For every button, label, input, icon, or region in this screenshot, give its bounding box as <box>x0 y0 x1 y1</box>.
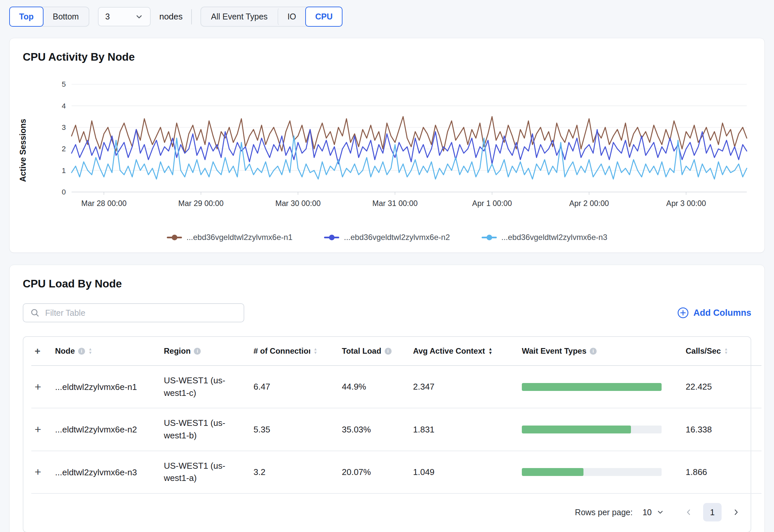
region-cell: US-WEST1 (us-west1-a) <box>164 460 231 485</box>
filter-table-search[interactable] <box>23 303 244 322</box>
svg-text:2: 2 <box>62 145 66 153</box>
line-chart-plot: 012345Mar 28 00:00Mar 29 00:00Mar 30 00:… <box>49 78 751 223</box>
expand-all-button[interactable]: + <box>35 345 41 356</box>
series-marker-icon <box>482 235 497 240</box>
legend-label: ...ebd36vgeldtwl2zylvmx6e-n3 <box>501 233 608 242</box>
avg-active-context-cell: 1.831 <box>410 408 519 451</box>
table-header-row: +Nodei▲▼Regioni# of Connections▲▼Total L… <box>31 337 761 366</box>
top-bottom-toggle: Top Bottom <box>9 7 89 27</box>
calls-per-sec-cell: 1.866 <box>682 451 761 493</box>
row-expand-button[interactable]: + <box>35 466 41 477</box>
next-page-button[interactable] <box>731 508 741 517</box>
cpu-button[interactable]: CPU <box>305 7 342 27</box>
io-button[interactable]: IO <box>278 7 306 26</box>
column-header-wait-event-types: Wait Event Typesi <box>522 346 679 356</box>
total-load-cell: 35.03% <box>339 408 410 451</box>
info-icon[interactable]: i <box>78 348 85 355</box>
nodes-label: nodes <box>159 12 183 22</box>
add-columns-button[interactable]: Add Columns <box>677 307 752 319</box>
top-button[interactable]: Top <box>9 7 44 27</box>
bottom-button[interactable]: Bottom <box>43 7 89 26</box>
svg-text:5: 5 <box>62 80 66 88</box>
chevron-down-icon <box>135 13 143 21</box>
rows-per-page-select[interactable]: 10 <box>642 508 664 517</box>
svg-text:3: 3 <box>62 123 66 132</box>
total-load-cell: 44.9% <box>339 366 410 408</box>
svg-text:Mar 30 00:00: Mar 30 00:00 <box>275 199 320 208</box>
legend-item: ...ebd36vgeldtwl2zylvmx6e-n3 <box>482 233 608 242</box>
cpu-activity-card: CPU Activity By Node Active Sessions 012… <box>9 38 765 253</box>
column-header-node[interactable]: Nodei▲▼ <box>55 346 157 356</box>
table-toolbar: Add Columns <box>23 303 751 322</box>
current-page-indicator[interactable]: 1 <box>703 503 722 521</box>
connections-cell: 6.47 <box>250 366 339 408</box>
row-expand-button[interactable]: + <box>35 424 41 435</box>
node-count-select[interactable]: 3 <box>98 7 151 26</box>
search-icon <box>30 308 40 318</box>
svg-text:Apr 3 00:00: Apr 3 00:00 <box>666 199 706 208</box>
pagination: Rows per page: 10 1 <box>31 494 743 532</box>
node-cell: ...eldtwl2zylvmx6e-n3 <box>55 467 137 478</box>
all-event-types-button[interactable]: All Event Types <box>201 7 278 26</box>
table-row: + ...eldtwl2zylvmx6e-n3 US-WEST1 (us-wes… <box>31 451 761 493</box>
svg-text:0: 0 <box>62 188 66 196</box>
plus-circle-icon <box>677 307 689 319</box>
series-marker-icon <box>167 235 182 240</box>
total-load-cell: 20.07% <box>339 451 410 493</box>
add-columns-label: Add Columns <box>694 308 752 318</box>
series-marker-icon <box>324 235 339 240</box>
sort-icon[interactable]: ▲▼ <box>724 347 728 355</box>
legend-label: ...ebd36vgeldtwl2zylvmx6e-n2 <box>344 233 450 242</box>
toolbar-divider <box>191 9 192 24</box>
legend-item: ...ebd36vgeldtwl2zylvmx6e-n1 <box>167 233 293 242</box>
column-header-avg-active-context[interactable]: Avg Active Context▲▼ <box>413 346 515 356</box>
connections-cell: 5.35 <box>250 408 339 451</box>
previous-page-button[interactable] <box>684 508 693 517</box>
rows-per-page-value: 10 <box>642 508 652 517</box>
column-header-calls-sec[interactable]: Calls/Sec▲▼ <box>686 346 758 356</box>
table-row: + ...eldtwl2zylvmx6e-n2 US-WEST1 (us-wes… <box>31 408 761 451</box>
event-type-toggle: All Event Types IO CPU <box>200 7 342 27</box>
chevron-down-icon <box>656 508 664 516</box>
legend-item: ...ebd36vgeldtwl2zylvmx6e-n2 <box>324 233 450 242</box>
chart-title: CPU Activity By Node <box>23 51 751 63</box>
toolbar: Top Bottom 3 nodes All Event Types IO CP… <box>9 7 765 27</box>
table-row: + ...eldtwl2zylvmx6e-n1 US-WEST1 (us-wes… <box>31 366 761 408</box>
sort-icon[interactable]: ▲▼ <box>88 347 92 355</box>
avg-active-context-cell: 1.049 <box>410 451 519 493</box>
svg-text:Mar 28 00:00: Mar 28 00:00 <box>81 199 126 208</box>
y-axis-label: Active Sessions <box>23 78 49 223</box>
column-header-total-load: Total Loadi <box>342 346 406 356</box>
region-cell: US-WEST1 (us-west1-c) <box>164 374 231 399</box>
column-header-of-connections[interactable]: # of Connections▲▼ <box>253 346 335 356</box>
rows-per-page-label: Rows per page: <box>575 508 633 517</box>
calls-per-sec-cell: 22.425 <box>682 366 761 408</box>
table-title: CPU Load By Node <box>23 278 751 290</box>
svg-text:4: 4 <box>62 102 66 110</box>
svg-text:Mar 29 00:00: Mar 29 00:00 <box>178 199 223 208</box>
cpu-load-card: CPU Load By Node Add Columns +Nodei▲▼Reg… <box>9 265 765 532</box>
connections-cell: 3.2 <box>250 451 339 493</box>
cpu-load-table: +Nodei▲▼Regioni# of Connections▲▼Total L… <box>23 336 751 532</box>
sort-icon[interactable]: ▲▼ <box>313 347 317 355</box>
avg-active-context-cell: 2.347 <box>410 366 519 408</box>
column-header-region: Regioni <box>164 346 247 356</box>
filter-table-input[interactable] <box>45 308 237 318</box>
info-icon[interactable]: i <box>385 348 392 355</box>
sort-icon[interactable]: ▲▼ <box>488 347 492 355</box>
svg-text:Apr 2 00:00: Apr 2 00:00 <box>569 199 609 208</box>
wait-event-types-bar <box>522 468 662 476</box>
svg-text:Mar 31 00:00: Mar 31 00:00 <box>372 199 418 208</box>
info-icon[interactable]: i <box>194 348 201 355</box>
calls-per-sec-cell: 16.338 <box>682 408 761 451</box>
svg-text:1: 1 <box>62 166 66 175</box>
cpu-activity-chart: Active Sessions 012345Mar 28 00:00Mar 29… <box>23 78 751 223</box>
node-count-value: 3 <box>105 12 110 21</box>
chevron-right-icon <box>731 508 741 517</box>
svg-text:Apr 1 00:00: Apr 1 00:00 <box>472 199 512 208</box>
legend-label: ...ebd36vgeldtwl2zylvmx6e-n1 <box>187 233 293 242</box>
chart-legend: ...ebd36vgeldtwl2zylvmx6e-n1 ...ebd36vge… <box>23 233 751 242</box>
info-icon[interactable]: i <box>590 348 597 355</box>
row-expand-button[interactable]: + <box>35 381 41 392</box>
chevron-left-icon <box>684 508 693 517</box>
